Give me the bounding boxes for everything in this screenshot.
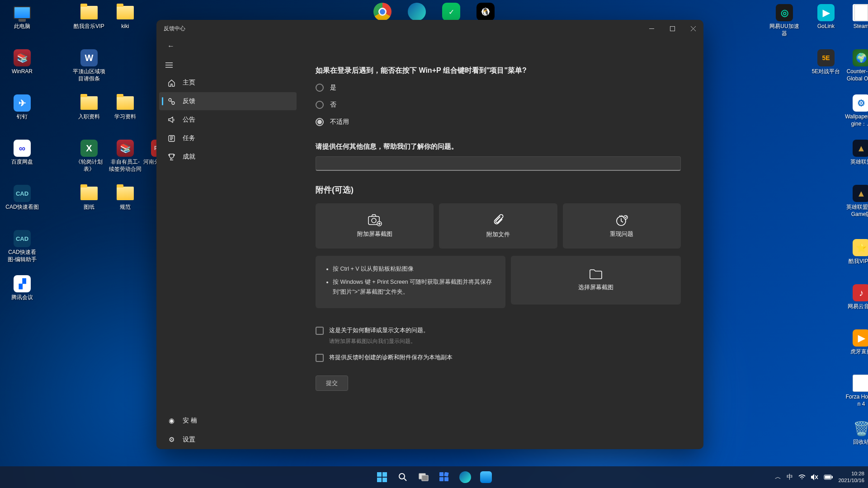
desktop-icon-label: kiki (121, 23, 129, 30)
folder-icon (80, 94, 98, 112)
desktop-icon[interactable]: Steam (844, 4, 868, 30)
radio-label: 否 (330, 101, 336, 109)
sidebar-item-trophy[interactable]: 成就 (159, 148, 297, 166)
radio-option-0[interactable]: 是 (316, 84, 681, 92)
desktop-icon-label: 图纸 (84, 204, 94, 211)
desktop-icon[interactable]: W平顶山区域项目请假条 (72, 49, 106, 82)
taskbar-edge-icon[interactable] (456, 468, 474, 486)
desktop-icon-label: Counter-S... Global Off... (844, 68, 868, 82)
titlebar[interactable]: 反馈中心 (156, 20, 703, 37)
gear-icon: ⚙ (167, 436, 175, 444)
desktop-icon[interactable]: 酷我音乐VIP (72, 4, 106, 30)
sidebar-user[interactable]: ◉安 楠 (159, 412, 297, 430)
netease-icon: ♪ (852, 284, 868, 302)
desktop-icon-label: 腾讯会议 (11, 294, 33, 301)
desktop-icon[interactable]: Forza Horizon 4 (844, 374, 868, 408)
desktop-icon-label: Steam (854, 23, 868, 30)
svg-rect-10 (382, 472, 387, 477)
widgets-button[interactable] (435, 468, 453, 486)
submit-button[interactable]: 提交 (316, 375, 348, 391)
desktop-icon[interactable]: ▲英雄联盟 (844, 139, 868, 166)
chrome-icon[interactable] (373, 3, 392, 21)
sidebar-item-home[interactable]: 主页 (159, 74, 297, 92)
folder-icon (80, 184, 98, 202)
folder-icon (116, 94, 134, 112)
choose-screenshot-card[interactable]: 选择屏幕截图 (511, 256, 681, 305)
save-local-checkbox-label: 将提供反馈时创建的诊断和附件保存为本地副本 (329, 353, 453, 361)
taskbar-clock[interactable]: 10:28 2021/10/16 (838, 470, 864, 484)
attach-screenshot-card[interactable]: 附加屏幕截图 (316, 203, 434, 249)
clock-time: 10:28 (838, 470, 864, 477)
hamburger-button[interactable] (160, 57, 178, 73)
desktop-icon[interactable]: CADCAD快速看图-编辑助手 (5, 230, 39, 263)
desktop-icon[interactable]: 5E5E对战平台 (809, 49, 843, 75)
winrar-icon: 📚 (13, 49, 31, 67)
desktop-icon[interactable]: ▞腾讯会议 (5, 275, 39, 301)
desktop-icon[interactable]: 规范 (108, 184, 142, 211)
desktop-icon[interactable]: ◎网易UU加速器 (768, 4, 801, 37)
taskbar: ︿ 中 10:28 2021/10/16 (0, 466, 868, 488)
back-button[interactable]: ← (164, 39, 178, 53)
sidebar-item-announce[interactable]: 公告 (159, 111, 297, 129)
user-avatar-icon: ◉ (167, 417, 175, 425)
qq-icon[interactable]: 🐧 (476, 3, 495, 21)
desktop-icon[interactable]: 图纸 (72, 184, 106, 211)
recreate-problem-card[interactable]: 重现问题 (563, 203, 681, 249)
taskview-button[interactable] (415, 468, 433, 486)
desktop-icon[interactable]: ⭐酷我VIP版 (844, 239, 868, 265)
wechat-icon[interactable]: ✓ (442, 3, 460, 21)
desktop-icon[interactable]: 此电脑 (5, 4, 39, 30)
desktop-icon[interactable]: 入职资料 (72, 94, 106, 121)
desktop-icon[interactable]: ∞百度网盘 (5, 139, 39, 166)
monitor-icon (13, 4, 31, 22)
radio-option-2[interactable]: 不适用 (316, 118, 681, 126)
search-button[interactable] (394, 468, 412, 486)
radio-label: 不适用 (330, 118, 349, 126)
desktop-icon[interactable]: 📚非自有员工-续签劳动合同 (108, 139, 142, 173)
huya-icon: ▶ (852, 329, 868, 347)
wifi-icon[interactable] (798, 474, 806, 480)
desktop-icon[interactable]: ▶GoLink (809, 4, 843, 30)
csgo-icon: 🌍 (852, 49, 868, 67)
save-local-checkbox[interactable] (316, 354, 324, 362)
volume-icon[interactable] (811, 474, 818, 480)
baidu-icon: ∞ (13, 139, 31, 157)
attach-header: 附件(可选) (316, 184, 681, 195)
desktop-icon-label: 此电脑 (14, 23, 30, 30)
lol-icon: ▲ (852, 184, 868, 202)
desktop-icon[interactable]: ♪网易云音乐 (844, 284, 868, 310)
desktop-icon[interactable]: ▶虎牙直播 (844, 329, 868, 356)
desktop-icon[interactable]: 学习资料 (108, 94, 142, 121)
start-button[interactable] (373, 468, 391, 486)
desktop-icon[interactable]: CADCAD快速看图 (5, 184, 39, 211)
sidebar-settings[interactable]: ⚙设置 (159, 431, 297, 449)
sidebar-item-feedback[interactable]: 反馈 (159, 92, 297, 110)
desktop-icon[interactable]: X《轮岗计划表》 (72, 139, 106, 173)
info-input[interactable] (316, 156, 681, 171)
maximize-button[interactable] (662, 20, 683, 37)
desktop-icon[interactable]: kiki (108, 4, 142, 30)
uu-icon: ◎ (775, 4, 793, 22)
tray-chevron-icon[interactable]: ︿ (775, 473, 781, 481)
desktop-icon[interactable]: ⚙Wallpaper Engine：... (844, 94, 868, 127)
attach-file-label: 附加文件 (486, 230, 510, 239)
desktop-icon[interactable]: 🗑️回收站 (844, 419, 868, 446)
desktop-icon[interactable]: ✈钉钉 (5, 94, 39, 121)
taskbar-app-icon[interactable] (477, 468, 495, 486)
minimize-button[interactable] (641, 20, 662, 37)
edge-icon[interactable] (408, 3, 426, 21)
translation-checkbox[interactable] (316, 327, 324, 335)
attach-file-card[interactable]: 附加文件 (439, 203, 557, 249)
feedback-icon (167, 98, 175, 105)
cad2-icon: CAD (13, 230, 31, 248)
battery-icon[interactable] (824, 474, 833, 480)
desktop-icon[interactable]: 📚WinRAR (5, 49, 39, 75)
close-button[interactable] (683, 20, 703, 37)
announce-icon (167, 116, 175, 124)
desktop-icon[interactable]: ▲英雄联盟WeGame版 (844, 184, 868, 218)
radio-option-1[interactable]: 否 (316, 101, 681, 109)
excel-icon: X (80, 139, 98, 157)
sidebar-item-task[interactable]: 任务 (159, 129, 297, 147)
ime-indicator[interactable]: 中 (787, 473, 793, 481)
desktop-icon[interactable]: 🌍Counter-S... Global Off... (844, 49, 868, 82)
